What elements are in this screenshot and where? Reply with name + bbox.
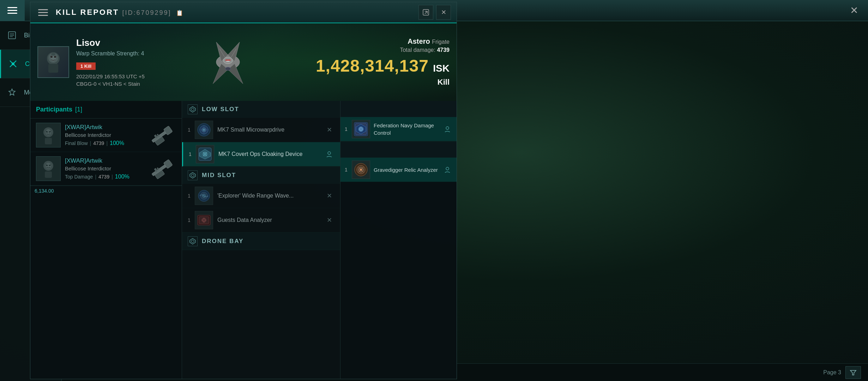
svg-rect-80 <box>360 128 362 131</box>
right-fitting-qty: 1 <box>345 126 352 132</box>
right-fitting-row[interactable]: 1 Gravedigger Relic Analyzer <box>340 158 457 182</box>
fitting-icon <box>195 187 213 205</box>
dialog-header: KILL REPORT [ID:6709299] 📋 ✕ <box>30 2 457 23</box>
drone-bay-header: Drone Bay <box>182 233 340 250</box>
fitting-name: 'Explorer' Wide Range Wave... <box>217 192 324 200</box>
svg-rect-47 <box>45 171 52 178</box>
fitting-qty: 1 <box>188 193 195 199</box>
svg-rect-28 <box>225 59 230 61</box>
participant-name-1: [XWAR]Artwik <box>65 124 144 131</box>
svg-marker-87 <box>850 370 856 375</box>
participant-stats-1: Final Blow | 4739 | 100% <box>65 140 144 146</box>
mid-slot-icon <box>188 170 198 180</box>
low-slot-icon <box>188 104 198 114</box>
mid-slot-section: Mid Slot 1 'Explorer' Wide Range Wave... <box>182 167 340 233</box>
svg-point-16 <box>50 56 53 58</box>
destroy-icon: ✕ <box>324 215 334 225</box>
svg-point-81 <box>446 127 449 129</box>
svg-rect-18 <box>51 53 55 56</box>
fitting-row[interactable]: 1 Guests Data Analyzer ✕ <box>182 208 340 232</box>
svg-marker-66 <box>190 173 195 178</box>
mid-slot-header: Mid Slot <box>182 167 340 184</box>
participant-portrait-2 <box>36 156 61 181</box>
export-button[interactable] <box>418 5 433 20</box>
fitting-icon <box>195 211 213 229</box>
fitting-name: Guests Data Analyzer <box>217 216 324 224</box>
isk-value-line: 1,428,314,137 ISK <box>316 56 450 75</box>
dialog-actions: ✕ <box>418 5 451 20</box>
combat-icon <box>7 58 19 70</box>
low-slot-title: Low Slot <box>202 106 239 113</box>
svg-marker-54 <box>190 107 195 112</box>
right-person-icon <box>442 124 452 134</box>
dialog-title-id: [ID:6709299] <box>122 9 171 16</box>
kill-badge: 1 Kill <box>76 62 96 70</box>
fitting-icon <box>195 121 213 139</box>
svg-line-11 <box>425 11 427 14</box>
ship-image <box>189 30 267 94</box>
fitting-qty: 1 <box>189 151 196 157</box>
right-panel: 1 Federation Navy Damage Control <box>340 101 457 379</box>
clipboard-icon: 📋 <box>176 10 184 16</box>
right-person-icon <box>442 165 452 175</box>
amount-display: 6,134.00 <box>30 186 182 196</box>
kill-datetime: 2022/01/29 16:55:53 UTC +5 <box>76 73 182 79</box>
right-fitting-icon <box>352 161 370 179</box>
pilot-stats: Warp Scramble Strength: 4 <box>76 50 182 57</box>
svg-marker-9 <box>9 89 15 95</box>
drone-bay-section: Drone Bay <box>182 233 340 250</box>
fitting-row[interactable]: 1 MK7 Covert Ops Cloaking Device <box>182 142 340 167</box>
participants-count: [1] <box>75 106 82 113</box>
drone-bay-icon <box>188 236 198 246</box>
fitting-row[interactable]: 1 'Explorer' Wide Range Wave... ✕ <box>182 184 340 208</box>
dialog-close-button[interactable]: ✕ <box>436 5 451 20</box>
page-info: Page 3 <box>823 369 841 376</box>
fitting-row[interactable]: 1 MK7 Small Microwarpdrive ✕ <box>182 118 340 142</box>
medals-icon <box>6 86 18 99</box>
svg-rect-48 <box>46 163 50 165</box>
participant-ship-2: Bellicose Interdictor <box>65 165 144 171</box>
participant-weapon-2 <box>148 158 176 179</box>
low-slot-header: Low Slot <box>182 101 340 118</box>
fitting-icon <box>196 145 214 163</box>
isk-label: ISK <box>433 63 450 74</box>
dialog-menu-button[interactable] <box>36 5 50 19</box>
app-close-button[interactable]: ✕ <box>847 4 861 18</box>
pilot-info: Lisov Warp Scramble Strength: 4 1 Kill 2… <box>76 37 182 87</box>
participant-weapon-1 <box>148 125 176 146</box>
filter-button[interactable] <box>845 366 861 379</box>
svg-marker-74 <box>190 238 195 244</box>
svg-point-65 <box>328 152 331 155</box>
participant-details-1: [XWAR]Artwik Bellicose Interdictor Final… <box>65 124 144 146</box>
participant-details-2: [XWAR]Artwik Bellicose Interdictor Top D… <box>65 157 144 180</box>
participant-ship-1: Bellicose Interdictor <box>65 132 144 138</box>
svg-marker-55 <box>191 108 194 111</box>
fitting-qty: 1 <box>188 127 195 133</box>
dialog-title: KILL REPORT [ID:6709299] 📋 <box>56 8 184 17</box>
participant-name-2: [XWAR]Artwik <box>65 157 144 164</box>
svg-point-25 <box>225 67 230 70</box>
svg-point-86 <box>446 167 449 170</box>
fittings-panel: Low Slot 1 MK7 Small Microwar <box>182 101 340 379</box>
participants-header: Participants [1] <box>30 101 182 119</box>
destroy-icon: ✕ <box>324 125 334 135</box>
hamburger-icon <box>7 7 17 14</box>
svg-rect-36 <box>46 129 50 132</box>
fitting-name: MK7 Covert Ops Cloaking Device <box>218 150 324 158</box>
svg-point-59 <box>203 129 205 131</box>
svg-marker-67 <box>191 174 194 177</box>
mid-slot-title: Mid Slot <box>202 172 236 179</box>
total-damage-line: Total damage: 4739 <box>316 47 450 53</box>
participant-item[interactable]: [XWAR]Artwik Bellicose Interdictor Top D… <box>30 152 182 186</box>
pilot-name: Lisov <box>76 37 182 48</box>
svg-rect-29 <box>226 61 229 62</box>
participants-panel: Participants [1] <box>30 101 182 379</box>
fitting-name: MK7 Small Microwarpdrive <box>217 126 324 134</box>
right-fitting-row[interactable]: 1 Federation Navy Damage Control <box>340 117 457 141</box>
top-menu-button[interactable] <box>0 0 25 21</box>
isk-value: 1,428,314,137 <box>316 56 429 75</box>
fitting-qty: 1 <box>188 217 195 223</box>
participant-item[interactable]: [XWAR]Artwik Bellicose Interdictor Final… <box>30 119 182 152</box>
pilot-portrait <box>37 46 69 78</box>
participants-title: Participants <box>36 106 72 113</box>
